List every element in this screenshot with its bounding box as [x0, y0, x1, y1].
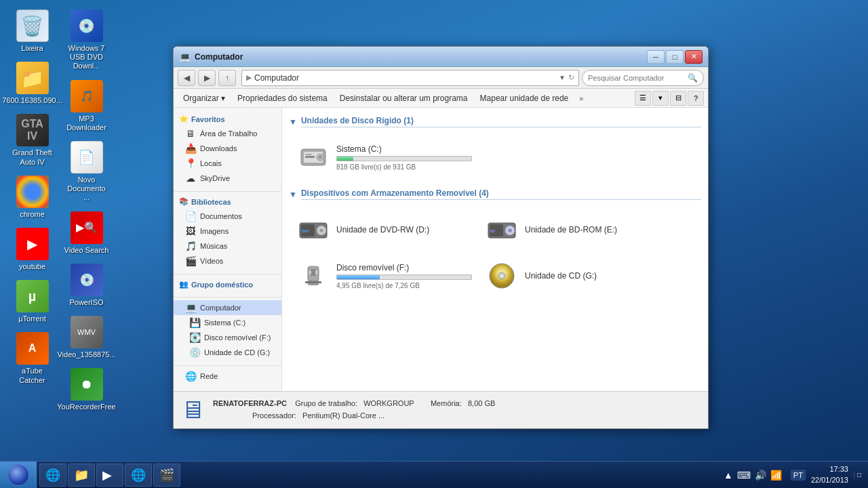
drive-sistema-c[interactable]: Sistema (C:) 818 GB livre(s) de 931 GB — [293, 137, 476, 178]
removable-dvdrw[interactable]: DVD Unidade de DVD-RW (D:) — [293, 209, 476, 250]
taskbar-sys: ▲ ⌨ 🔊 📶 PT 17:33 22/01/2013 □ — [713, 464, 868, 485]
disco-rigido-toggle[interactable]: ▼ — [289, 117, 297, 127]
search-box[interactable]: 🔍 — [582, 70, 704, 86]
tray-arrow-icon[interactable]: ▲ — [724, 470, 733, 481]
removivel-header: ▼ Dispositivos com Armazenamento Removív… — [288, 186, 703, 203]
maximize-button[interactable]: □ — [666, 50, 684, 64]
documentos-icon: 📄 — [184, 211, 197, 222]
title-bar-left: 💻 Computador — [179, 52, 243, 62]
taskbar-atube-button[interactable]: 🎬 — [153, 464, 180, 487]
star-icon: ⭐ — [179, 115, 189, 123]
downloads-icon: 📥 — [184, 143, 197, 154]
sidebar-item-musicas[interactable]: 🎵 Músicas — [174, 239, 281, 253]
sidebar: ⭐ Favoritos 🖥 Área de Trabalho 📥 Downloa… — [174, 108, 282, 391]
pc-icon: 🖥 — [180, 396, 205, 424]
taskbar-items: 🌐 📁 ▶ 🌐 🎬 — [37, 462, 713, 488]
desktop-icon-mp3dl[interactable]: 🎵 MP3 Downloader — [61, 77, 112, 135]
up-button[interactable]: ↑ — [218, 70, 236, 86]
desktop-icon-yourecorder[interactable]: ⏺ YouRecorderFree — [61, 365, 112, 414]
forward-button[interactable]: ▶ — [198, 70, 216, 86]
area-trabalho-icon: 🖥 — [184, 128, 197, 139]
sidebar-item-locais[interactable]: 📍 Locais — [174, 156, 281, 171]
removable-bdrom[interactable]: BD Unidade de BD-ROM (E:) — [481, 209, 665, 250]
wmv-label: Video_1358875... — [57, 350, 115, 359]
removable-usb[interactable]: Disco removível (F:) 4,95 GB livre(s) de… — [293, 256, 476, 296]
view-pane-button[interactable]: ⊟ — [670, 91, 686, 106]
desktop-icon-chrome[interactable]: chrome — [7, 173, 58, 222]
lixeira-icon: 🗑️ — [16, 9, 49, 42]
back-button[interactable]: ◀ — [178, 70, 195, 86]
sidebar-item-area-trabalho[interactable]: 🖥 Área de Trabalho — [174, 126, 281, 141]
desktop-icon-wmv[interactable]: WMV Video_1358875... — [61, 313, 112, 362]
removable-cd[interactable]: Unidade de CD (G:) — [481, 256, 665, 296]
taskbar-ie-button[interactable]: 🌐 — [39, 464, 66, 487]
minimize-button[interactable]: ─ — [647, 50, 665, 64]
sidebar-item-unidade-cd[interactable]: 💿 Unidade de CD (G:) — [174, 345, 281, 360]
desinstalar-menu[interactable]: Desinstalar ou alterar um programa — [334, 92, 473, 105]
taskbar-lang: PT — [791, 470, 806, 481]
sidebar-item-disco-f[interactable]: 💽 Disco removível (F:) — [174, 330, 281, 345]
sidebar-header-favoritos[interactable]: ⭐ Favoritos — [174, 112, 281, 126]
sidebar-header-grupo[interactable]: 👥 Grupo doméstico — [174, 277, 281, 291]
taskbar-explorer-button[interactable]: 📁 — [68, 464, 95, 487]
propriedades-menu[interactable]: Propriedades do sistema — [232, 92, 333, 105]
taskbar-wmp-button[interactable]: ▶ — [96, 464, 123, 487]
vsearch-icon: ▶🔍 — [71, 211, 103, 244]
close-button[interactable]: ✕ — [685, 50, 703, 64]
drive-c-info: Sistema (C:) 818 GB livre(s) de 931 GB — [336, 144, 472, 171]
desktop-icon-atube[interactable]: A aTube Catcher — [7, 329, 58, 387]
title-bar: 💻 Computador ─ □ ✕ — [174, 47, 708, 67]
disco-rigido-title: Unidades de Disco Rígido (1) — [301, 116, 701, 127]
cd-g-name: Unidade de CD (G:) — [525, 271, 597, 281]
win7usb-label: Windows 7 USB DVD Downl... — [64, 44, 109, 71]
svg-point-3 — [319, 156, 321, 159]
view-dropdown-button[interactable]: ▾ — [652, 91, 669, 106]
desktop-icon-novo[interactable]: 📄 Novo Documento ... — [61, 138, 112, 205]
taskbar: 🌐 📁 ▶ 🌐 🎬 ▲ ⌨ 🔊 📶 PT 1 — [0, 461, 868, 488]
sidebar-item-imagens[interactable]: 🖼 Imagens — [174, 224, 281, 239]
sidebar-item-rede[interactable]: 🌐 Rede — [174, 369, 281, 384]
sidebar-item-documentos[interactable]: 📄 Documentos — [174, 209, 281, 224]
lixeira-label: Lixeira — [21, 44, 43, 53]
desktop: 🗑️ Lixeira 📁 7600.16385.090... GTA IV Gr… — [0, 0, 868, 488]
address-dropdown-icon[interactable]: ▼ — [559, 74, 566, 81]
tray-volume-icon[interactable]: 🔊 — [755, 470, 766, 481]
sidebar-item-sistema-c[interactable]: 💾 Sistema (C:) — [174, 315, 281, 330]
sidebar-item-computador[interactable]: 💻 Computador — [174, 300, 281, 315]
help-button[interactable]: ? — [688, 91, 704, 106]
organize-menu[interactable]: Organizar ▾ — [178, 92, 231, 105]
desktop-icon-gta[interactable]: GTA IV Grand Theft Auto IV — [7, 111, 58, 169]
desktop-icon-utorrent[interactable]: µ µTorrent — [7, 277, 58, 326]
desktop-icon-youtube[interactable]: ▶ youtube — [7, 225, 58, 274]
sidebar-item-skydrive[interactable]: ☁ SkyDrive — [174, 171, 281, 186]
removivel-title: Dispositivos com Armazenamento Removível… — [301, 188, 701, 200]
rede-icon: 🌐 — [184, 371, 197, 382]
address-bar[interactable]: ▶ Computador ▼ ↻ — [241, 70, 579, 86]
drive-c-name: Sistema (C:) — [336, 144, 472, 154]
desktop-icon-poweriso[interactable]: 💿 PowerISO — [61, 261, 112, 310]
more-menu[interactable]: » — [575, 93, 587, 104]
locais-icon: 📍 — [184, 158, 197, 169]
desktop-icon-7600[interactable]: 📁 7600.16385.090... — [7, 59, 58, 108]
usb-name: Disco removível (F:) — [336, 263, 472, 272]
sidebar-item-videos[interactable]: 🎬 Vídeos — [174, 253, 281, 268]
address-refresh-icon[interactable]: ↻ — [568, 73, 574, 82]
sidebar-header-bibliotecas[interactable]: 📚 Bibliotecas — [174, 195, 281, 209]
desktop-icon-vsearch[interactable]: ▶🔍 Video Search — [61, 209, 112, 258]
desktop-icon-lixeira[interactable]: 🗑️ Lixeira — [7, 7, 58, 56]
tray-network-icon[interactable]: 📶 — [770, 470, 782, 481]
sidebar-item-downloads[interactable]: 📥 Downloads — [174, 141, 281, 156]
taskbar-clock[interactable]: 17:33 22/01/2013 — [811, 464, 848, 485]
start-button[interactable] — [0, 462, 37, 489]
show-desktop-button[interactable]: □ — [854, 471, 861, 479]
novo-icon: 📄 — [71, 141, 103, 174]
removivel-toggle[interactable]: ▼ — [289, 190, 297, 199]
sidebar-divider-2 — [174, 274, 281, 274]
desktop-icon-win7usb[interactable]: 💿 Windows 7 USB DVD Downl... — [61, 7, 112, 74]
mp3dl-icon: 🎵 — [71, 80, 103, 113]
taskbar-chrome-button[interactable]: 🌐 — [125, 464, 152, 487]
view-details-button[interactable]: ☰ — [635, 91, 651, 106]
search-input[interactable] — [588, 74, 685, 82]
atube-label: aTube Catcher — [9, 367, 55, 384]
mapear-menu[interactable]: Mapear unidade de rede — [475, 92, 574, 105]
